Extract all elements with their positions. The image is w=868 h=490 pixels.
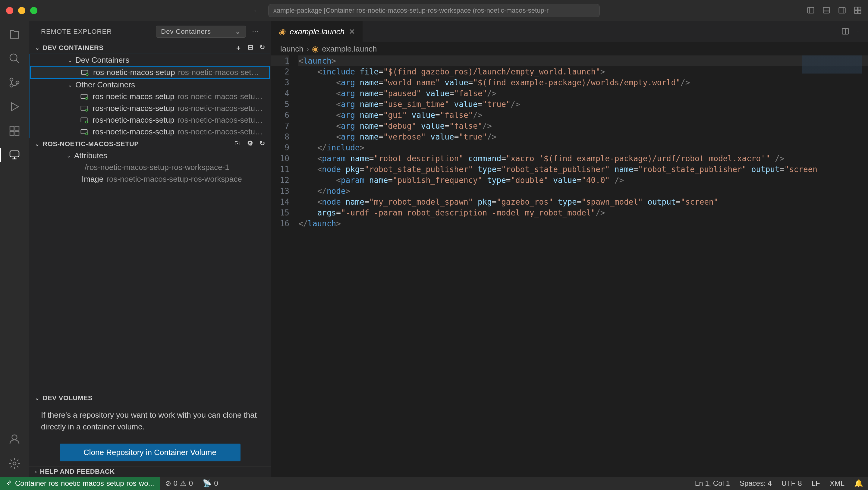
split-editor-icon[interactable] (841, 27, 849, 36)
svg-rect-6 (855, 7, 858, 10)
group-label: Attributes (74, 151, 107, 160)
item-desc: ros-noetic-macos-setup-ros-wo... (178, 68, 263, 77)
dev-containers-group[interactable]: ⌄ Dev Containers (30, 54, 270, 66)
section-title: DEV CONTAINERS (43, 44, 104, 52)
editor-tab[interactable]: ◉ example.launch ✕ (271, 21, 363, 42)
attributes-group[interactable]: ⌄ Attributes (29, 150, 271, 161)
container-item[interactable]: ros-noetic-macos-setup ros-noetic-macos-… (30, 91, 270, 102)
nav-back-button[interactable]: ← (253, 7, 259, 14)
customize-layout-icon[interactable] (854, 6, 862, 16)
chevron-right-icon: › (35, 469, 37, 475)
tab-label: example.launch (290, 27, 344, 36)
run-debug-activity[interactable] (7, 99, 22, 114)
close-window-button[interactable] (6, 7, 13, 14)
notifications-icon[interactable]: 🔔 (849, 479, 868, 488)
eol[interactable]: LF (807, 479, 825, 488)
other-containers-group[interactable]: ⌄ Other Containers (30, 79, 270, 91)
indentation[interactable]: Spaces: 4 (735, 479, 777, 488)
svg-rect-19 (15, 131, 19, 135)
more-actions-icon[interactable]: ⋯ (857, 30, 861, 34)
svg-line-11 (16, 60, 19, 63)
chevron-down-icon: ⌄ (68, 57, 72, 64)
svg-point-34 (86, 132, 88, 135)
chevron-down-icon: ⌄ (67, 152, 71, 159)
new-container-icon[interactable]: ＋ (235, 43, 242, 53)
help-section-header[interactable]: › HELP AND FEEDBACK (29, 466, 271, 477)
warning-icon: ⚠ (180, 479, 187, 488)
settings-activity[interactable] (7, 456, 22, 471)
item-name: ros-noetic-macos-setup (93, 68, 175, 77)
source-control-activity[interactable] (7, 75, 22, 90)
container-running-icon (81, 68, 89, 77)
sidebar-title: REMOTE EXPLORER (41, 28, 112, 36)
window-controls (6, 7, 37, 14)
breadcrumb-file[interactable]: example.launch (322, 44, 377, 54)
attribute-row: Image ros-noetic-macos-setup-ros-workspa… (29, 173, 271, 185)
minimap[interactable] (802, 56, 862, 116)
dev-containers-section-header[interactable]: ⌄ DEV CONTAINERS ＋ ⊟ ↻ (29, 42, 271, 54)
activity-bar (0, 21, 29, 477)
accounts-activity[interactable] (7, 432, 22, 447)
chevron-down-icon: ⌄ (35, 44, 40, 51)
section-title: ROS-NOETIC-MACOS-SETUP (43, 140, 139, 148)
explorer-activity[interactable] (7, 27, 22, 41)
remote-explorer-activity[interactable] (7, 148, 22, 162)
gear-icon[interactable]: ⚙ (247, 140, 253, 149)
svg-rect-0 (808, 7, 814, 13)
toggle-primary-sidebar-icon[interactable] (807, 6, 815, 16)
extensions-activity[interactable] (7, 124, 22, 138)
titlebar: ← → xample-package [Container ros-noetic… (0, 0, 868, 21)
item-name: ros-noetic-macos-setup (93, 127, 175, 136)
container-item[interactable]: ros-noetic-macos-setup ros-noetic-macos-… (30, 102, 270, 114)
remote-type-dropdown[interactable]: Dev Containers ⌄ (156, 26, 246, 38)
group-label: Other Containers (75, 80, 135, 90)
item-desc: ros-noetic-macos-setup-ros-bri... (178, 127, 264, 136)
close-tab-icon[interactable]: ✕ (349, 27, 355, 36)
container-item[interactable]: ros-noetic-macos-setup ros-noetic-macos-… (30, 66, 270, 79)
encoding[interactable]: UTF-8 (777, 479, 807, 488)
refresh-icon[interactable]: ↻ (259, 140, 265, 149)
errors-warnings[interactable]: ⊘0 ⚠0 (160, 479, 198, 488)
container-running-icon (80, 104, 88, 113)
container-item[interactable]: ros-noetic-macos-setup ros-noetic-macos-… (30, 126, 270, 138)
editor-area: ◉ example.launch ✕ ⋯ launch › ◉ example.… (271, 21, 868, 477)
svg-rect-8 (855, 10, 858, 13)
code-area[interactable]: <launch> <include file="$(find gazebo_ro… (299, 56, 868, 477)
editor-content[interactable]: 12345678910111213141516 <launch> <includ… (271, 56, 868, 477)
project-section-header[interactable]: ⌄ ROS-NOETIC-MACOS-SETUP ⚙ ↻ (29, 138, 271, 150)
minimize-window-button[interactable] (18, 7, 25, 14)
svg-point-10 (10, 54, 17, 61)
breadcrumb-folder[interactable]: launch (280, 44, 304, 54)
svg-rect-18 (10, 131, 14, 135)
container-running-icon (80, 116, 88, 124)
maximize-window-button[interactable] (30, 7, 37, 14)
svg-point-30 (86, 109, 88, 111)
svg-rect-17 (15, 126, 19, 130)
forwarded-ports[interactable]: 📡0 (198, 479, 223, 488)
svg-point-26 (86, 73, 88, 75)
dev-volumes-text: If there's a repository you want to work… (29, 403, 271, 439)
more-actions-button[interactable]: ⋯ (252, 28, 259, 36)
chevron-right-icon: › (307, 44, 309, 54)
attribute-row: /ros-noetic-macos-setup-ros-workspace-1 (29, 161, 271, 173)
container-item[interactable]: ros-noetic-macos-setup ros-noetic-macos-… (30, 114, 270, 126)
error-count: 0 (174, 479, 178, 488)
search-activity[interactable] (7, 51, 22, 66)
remote-indicator[interactable]: Container ros-noetic-macos-setup-ros-wo.… (0, 477, 160, 490)
new-folder-icon[interactable] (234, 140, 241, 149)
attr-val: ros-noetic-macos-setup-ros-workspace (106, 175, 242, 184)
command-center[interactable]: xample-package [Container ros-noetic-mac… (268, 4, 600, 17)
svg-rect-2 (824, 7, 830, 13)
sidebar-header: REMOTE EXPLORER Dev Containers ⌄ ⋯ (29, 21, 271, 42)
toggle-secondary-sidebar-icon[interactable] (838, 6, 846, 16)
chevron-down-icon: ⌄ (235, 28, 241, 36)
dev-volumes-section-header[interactable]: ⌄ DEV VOLUMES (29, 393, 271, 403)
cursor-position[interactable]: Ln 1, Col 1 (690, 479, 735, 488)
breadcrumbs[interactable]: launch › ◉ example.launch (271, 42, 868, 56)
language-mode[interactable]: XML (825, 479, 849, 488)
clone-repository-button[interactable]: Clone Repository in Container Volume (60, 443, 241, 461)
collapse-icon[interactable]: ⊟ (248, 43, 253, 53)
toggle-panel-icon[interactable] (822, 6, 831, 16)
item-desc: ros-noetic-macos-setup-gzweb-1 (178, 115, 264, 125)
refresh-icon[interactable]: ↻ (259, 43, 265, 53)
